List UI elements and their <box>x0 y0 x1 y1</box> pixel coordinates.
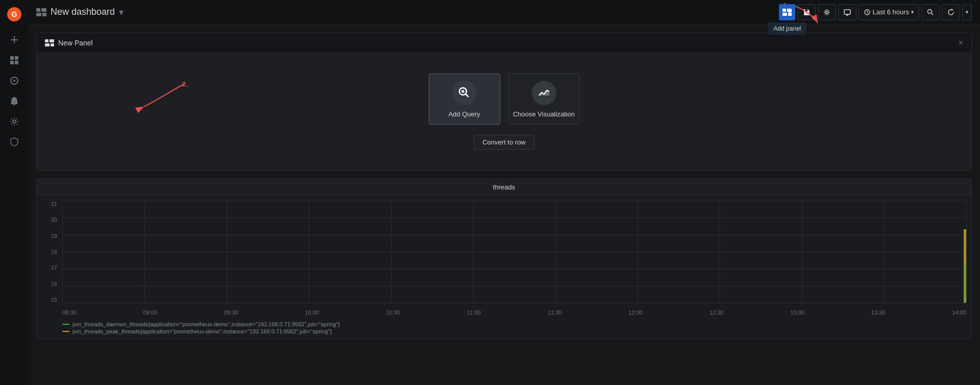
settings-icon <box>823 9 830 16</box>
panel-dialog-close-button[interactable]: × <box>959 38 963 47</box>
save-dashboard-button[interactable] <box>797 4 816 20</box>
sidebar-item-dashboards[interactable] <box>4 51 24 69</box>
svg-point-11 <box>13 120 16 123</box>
title-dropdown-icon[interactable]: ▾ <box>119 7 124 18</box>
y-label-15: 15 <box>51 297 57 303</box>
svg-rect-29 <box>45 43 50 46</box>
chart-panel: threads 21 20 19 18 17 16 15 <box>36 179 972 339</box>
grid-v-9 <box>802 201 802 303</box>
choose-visualization-label: Choose Visualization <box>513 110 575 118</box>
svg-point-26 <box>928 9 932 13</box>
grid-v-3 <box>309 201 309 303</box>
grid-v-2 <box>227 201 227 303</box>
add-panel-button[interactable] <box>779 4 795 20</box>
y-label-16: 16 <box>51 281 57 287</box>
grid-h-5 <box>62 286 966 286</box>
save-icon <box>803 9 810 16</box>
grid-v-6 <box>555 201 556 303</box>
topnav: New dashboard ▾ 1、 <box>28 0 980 25</box>
x-label-1000: 10:00 <box>305 309 319 316</box>
dashboard-settings-button[interactable] <box>818 4 836 20</box>
svg-rect-3 <box>11 39 18 40</box>
add-query-button[interactable]: Add Query <box>429 74 500 125</box>
new-panel-dialog: New Panel × 2、 <box>36 33 972 171</box>
sidebar-item-configuration[interactable] <box>4 112 24 131</box>
search-button[interactable] <box>921 4 940 20</box>
view-mode-button[interactable] <box>838 4 856 20</box>
x-label-1130: 11:30 <box>548 309 562 316</box>
svg-rect-6 <box>10 61 14 64</box>
panel-dialog-body: 2、 Add Query <box>37 53 971 170</box>
legend-color-daemon <box>62 324 69 325</box>
choose-visualization-button[interactable]: Choose Visualization <box>508 74 580 125</box>
choose-visualization-icon <box>532 81 556 105</box>
sidebar-logo[interactable]: G <box>4 4 24 25</box>
time-range-dropdown: ▾ <box>911 9 914 15</box>
panel-dialog-title-area: New Panel <box>45 39 93 47</box>
y-label-17: 17 <box>51 264 57 271</box>
content-area: New Panel × 2、 <box>28 25 980 385</box>
convert-to-row-button[interactable]: Convert to row <box>474 135 534 150</box>
chart-x-axis: 08:30 09:00 09:30 10:00 10:30 11:00 11:3… <box>62 309 966 316</box>
clock-icon <box>864 9 870 15</box>
svg-rect-28 <box>50 39 54 42</box>
dashboard-title: New dashboard <box>51 7 115 17</box>
panel-options: Add Query Choose Visualization <box>429 74 580 125</box>
grid-h-0 <box>62 201 966 201</box>
x-label-1330: 13:30 <box>871 309 886 316</box>
chart-y-axis: 21 20 19 18 17 16 15 <box>37 201 60 303</box>
time-range-button[interactable]: Last 6 hours ▾ <box>859 4 919 20</box>
grid-v-8 <box>720 201 720 303</box>
grid-v-0 <box>62 201 63 303</box>
svg-point-9 <box>13 80 15 82</box>
refresh-button[interactable] <box>942 4 960 20</box>
y-label-21: 21 <box>51 201 57 207</box>
grid-h-1 <box>62 218 966 218</box>
sidebar-item-shield[interactable] <box>4 133 24 151</box>
chart-legend: jvm_threads_daemon_threads{application="… <box>37 318 971 339</box>
grid-v-10 <box>884 201 885 303</box>
x-label-1200: 12:00 <box>628 309 643 316</box>
svg-rect-4 <box>10 56 14 60</box>
dashboard-grid-icon <box>36 8 46 16</box>
svg-rect-17 <box>782 9 786 12</box>
x-label-0900: 09:00 <box>143 309 157 316</box>
chart-area: 21 20 19 18 17 16 15 <box>37 196 971 318</box>
svg-rect-5 <box>15 56 18 60</box>
sidebar-item-explore[interactable] <box>4 71 24 90</box>
svg-rect-7 <box>15 61 18 64</box>
add-query-icon <box>452 81 477 105</box>
legend-item-daemon: jvm_threads_daemon_threads{application="… <box>62 321 966 327</box>
grid-v-7 <box>638 201 638 303</box>
x-label-0930: 09:30 <box>224 309 238 316</box>
arrow-2-svg <box>134 79 195 114</box>
grid-v-5 <box>473 201 474 303</box>
grid-h-6 <box>62 303 966 303</box>
panel-dialog-title: New Panel <box>58 39 93 47</box>
grid-h-4 <box>62 269 966 269</box>
y-label-20: 20 <box>51 216 57 223</box>
chart-spike-green <box>964 264 966 303</box>
annotation-2-group: 2、 <box>134 79 195 116</box>
refresh-dropdown-button[interactable]: ▾ <box>962 4 972 20</box>
grid-v-4 <box>391 201 391 303</box>
search-icon <box>927 9 934 16</box>
main-content: New dashboard ▾ 1、 <box>28 0 980 385</box>
query-circle-icon <box>458 86 471 100</box>
y-label-19: 19 <box>51 233 57 239</box>
add-query-label: Add Query <box>448 110 480 118</box>
svg-rect-30 <box>51 43 54 46</box>
sidebar-item-alerts[interactable] <box>4 92 24 110</box>
x-label-1230: 12:30 <box>709 309 724 316</box>
svg-rect-15 <box>42 13 46 16</box>
panel-title-icon <box>45 39 54 46</box>
grid-v-11 <box>966 201 967 303</box>
x-label-1300: 13:00 <box>790 309 804 316</box>
x-label-1030: 10:30 <box>386 309 400 316</box>
sidebar-item-add[interactable] <box>4 31 24 49</box>
chart-title: threads <box>37 179 971 196</box>
svg-text:G: G <box>11 10 17 18</box>
visualization-circle-icon <box>537 86 551 100</box>
x-label-1400: 14:00 <box>952 309 966 316</box>
legend-label-daemon: jvm_threads_daemon_threads{application="… <box>72 321 340 327</box>
